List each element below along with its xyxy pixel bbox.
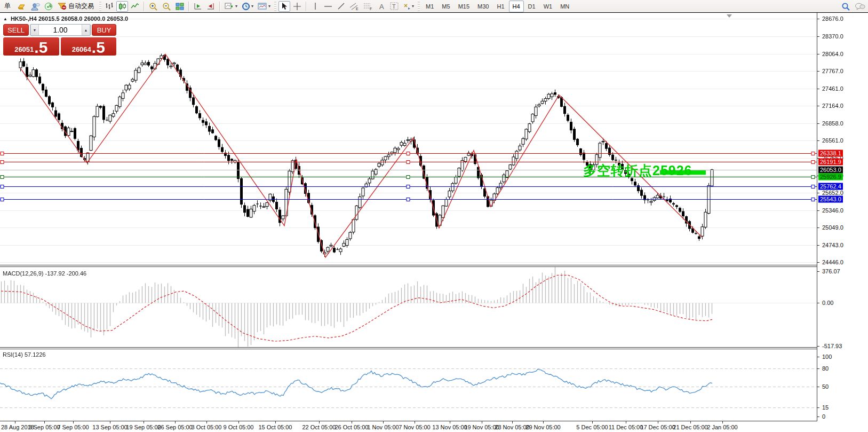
axis-tick-mark: [817, 245, 819, 246]
axis-tick-mark: [817, 346, 819, 347]
zoom-out-button[interactable]: [161, 1, 173, 12]
trendline-button[interactable]: [335, 1, 347, 12]
axis-tick-label: 26561.0: [822, 137, 843, 144]
profile-button[interactable]: [29, 1, 42, 12]
gold-bar-button[interactable]: [15, 1, 28, 12]
time-axis-tick: [543, 421, 544, 423]
price-axis[interactable]: 28676.028370.028064.027767.027461.027164…: [817, 13, 868, 421]
sell-button[interactable]: SELL: [3, 24, 29, 36]
template-button[interactable]: ▾: [256, 1, 272, 12]
cursor-button[interactable]: [278, 1, 290, 12]
tile-windows-button[interactable]: [174, 1, 186, 12]
sell-price-button[interactable]: 26051 .5: [3, 37, 59, 56]
autotrade-button[interactable]: 自动交易: [55, 1, 97, 12]
rsi-axis-label: 0: [822, 413, 825, 420]
time-axis[interactable]: 28 Aug 20183 Sep 05:007 Sep 05:0013 Sep …: [0, 421, 868, 432]
period-clock-icon: [242, 2, 250, 11]
timeframe-button-M15[interactable]: M15: [455, 1, 473, 12]
time-axis-label: 3 Oct 05:00: [192, 424, 222, 430]
timeframe-button-W1[interactable]: W1: [540, 1, 556, 12]
new-order-label: 单: [3, 2, 12, 11]
vertical-line-button[interactable]: [309, 1, 321, 12]
new-order-button[interactable]: 单: [1, 1, 14, 12]
time-axis-tick: [512, 421, 513, 423]
timeframe-button-M1[interactable]: M1: [422, 1, 437, 12]
axis-tick-label: 24446.0: [822, 259, 843, 265]
axis-tick-label: 28370.0: [822, 33, 843, 40]
text-label-icon: T: [390, 2, 399, 10]
tile-windows-icon: [176, 2, 184, 10]
sell-price-frac: .5: [34, 40, 47, 55]
toolbar-grip: [274, 2, 276, 11]
chart-shift-icon: [206, 2, 215, 10]
volume-up-button[interactable]: ▲: [82, 25, 90, 35]
bar-chart-button[interactable]: [103, 1, 115, 12]
timeframe-button-H1[interactable]: H1: [493, 1, 508, 12]
axis-tick-label: 28676.0: [822, 15, 843, 22]
candlestick-chart-button[interactable]: [116, 1, 128, 12]
volume-down-button[interactable]: ▼: [30, 25, 39, 35]
collapse-triangle-icon[interactable]: ▲: [3, 17, 7, 21]
profile-icon: [30, 2, 40, 11]
line-price-tag: 25543.0: [818, 195, 843, 202]
auto-scroll-button[interactable]: [192, 1, 204, 12]
time-axis-label: 7 Nov 05:00: [399, 424, 430, 430]
time-axis-label: 9 Oct 05:00: [224, 424, 254, 430]
rsi-panel[interactable]: RSI(14) 57.1226: [0, 349, 817, 421]
axis-tick-mark: [817, 227, 819, 228]
mt4-window: 单 自动交易: [0, 0, 868, 432]
axis-tick-mark: [817, 387, 819, 387]
text-button[interactable]: A: [376, 1, 387, 12]
time-axis-label: 15 Oct 05:00: [259, 424, 292, 430]
signal-button[interactable]: [43, 1, 54, 12]
text-icon: A: [378, 3, 385, 10]
chat-button[interactable]: [853, 1, 867, 12]
axis-tick-mark: [817, 71, 819, 72]
chart-shift-button[interactable]: [205, 1, 217, 12]
time-axis-tick: [383, 421, 384, 423]
time-axis-tick: [450, 421, 450, 423]
new-chart-button[interactable]: ▾: [223, 1, 239, 12]
zoom-out-icon: [162, 2, 171, 11]
crosshair-button[interactable]: [291, 1, 303, 12]
buy-price-button[interactable]: 26064 .5: [61, 37, 117, 56]
axis-tick-mark: [817, 36, 819, 37]
axis-tick-label: 27461.0: [822, 85, 843, 92]
chart-shift-marker[interactable]: [727, 14, 732, 18]
timeframe-button-M5[interactable]: M5: [438, 1, 453, 12]
timeframe-button-H4[interactable]: H4: [509, 1, 524, 12]
axis-tick-mark: [817, 368, 819, 369]
line-chart-button[interactable]: [129, 1, 141, 12]
zoom-in-button[interactable]: [147, 1, 160, 12]
template-icon: [258, 2, 267, 10]
timeframe-button-D1[interactable]: D1: [524, 1, 539, 12]
pivot-annotation-text[interactable]: 多空转折点25926: [583, 162, 692, 179]
fibonacci-button[interactable]: F: [362, 1, 375, 12]
line-price-tag: 26191.9: [818, 158, 843, 165]
main-chart-panel[interactable]: ▲ HK50-,H4 26015.5 26058.0 26000.0 26053…: [0, 13, 817, 265]
candlestick-chart-canvas[interactable]: [0, 13, 817, 265]
time-axis-label: 29 Nov 05:00: [525, 424, 560, 430]
shapes-button[interactable]: ▾: [401, 1, 416, 12]
time-axis-tick: [415, 421, 415, 423]
autotrade-label: 自动交易: [67, 2, 95, 11]
horizontal-line-button[interactable]: [322, 1, 334, 12]
equidistant-channel-button[interactable]: E: [348, 1, 361, 12]
buy-price-frac: .5: [92, 40, 105, 55]
macd-panel[interactable]: MACD(12,26,9) -137.92 -200.46: [0, 267, 817, 347]
text-label-button[interactable]: T: [388, 1, 400, 12]
axis-tick-mark: [817, 210, 819, 211]
trendline-icon: [337, 2, 345, 10]
timeframe-button-MN[interactable]: MN: [556, 1, 573, 12]
cursor-icon: [281, 2, 288, 10]
buy-button[interactable]: BUY: [92, 24, 116, 36]
svg-text:A: A: [379, 3, 384, 10]
gold-bar-icon: [17, 3, 26, 10]
timeframe-group: M1M5M15M30H1H4D1W1MN: [422, 1, 573, 12]
volume-input[interactable]: 1.00: [39, 25, 82, 35]
period-clock-button[interactable]: ▾: [240, 1, 255, 12]
timeframe-button-M30[interactable]: M30: [474, 1, 492, 12]
rsi-canvas: [0, 349, 817, 421]
search-button[interactable]: [840, 1, 852, 12]
time-axis-tick: [144, 421, 144, 423]
